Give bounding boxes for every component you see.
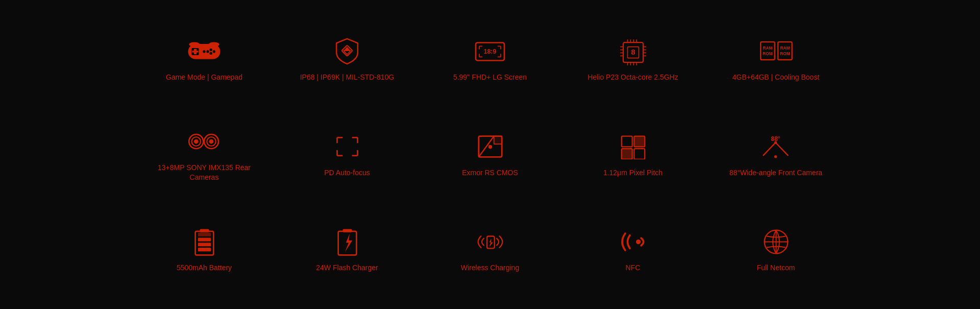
wideangle-label: 88°Wide-angle Front Camera [729, 168, 822, 178]
autofocus-label: PD Auto-focus [324, 168, 370, 178]
nfc-label: NFC [626, 263, 641, 273]
svg-rect-86 [487, 236, 495, 248]
feature-cpu: 8 He [561, 12, 704, 107]
battery-label: 5500mAh Battery [177, 263, 232, 273]
screen-label: 5.99'' FHD+ LG Screen [453, 73, 527, 83]
charger-label: 24W Flash Charger [316, 263, 378, 273]
svg-point-8 [210, 52, 212, 54]
svg-rect-80 [198, 248, 211, 251]
svg-text:RAM: RAM [780, 45, 790, 50]
cmos-label: Exmor RS CMOS [462, 168, 518, 178]
gamepad-icon [186, 36, 222, 66]
svg-rect-4 [192, 51, 198, 53]
feature-charger: 24W Flash Charger [276, 202, 419, 298]
ip68-label: IP68 | IP69K | MIL-STD-810G [300, 73, 395, 83]
svg-rect-82 [198, 238, 211, 242]
svg-point-6 [213, 50, 215, 53]
battery-icon [186, 226, 222, 257]
svg-point-50 [194, 139, 199, 144]
svg-text:RAM: RAM [763, 45, 773, 50]
features-grid: Game Mode | Gamepad IP68 | IP69K | MIL-S… [133, 12, 847, 298]
netcom-label: Full Netcom [757, 263, 795, 273]
globe-icon [758, 226, 794, 257]
cpu-label: Helio P23 Octa-core 2.5GHz [587, 73, 678, 83]
svg-rect-42 [761, 42, 775, 60]
game-mode-label: Game Mode | Gamepad [166, 73, 242, 83]
nfc-icon [615, 226, 651, 257]
svg-line-74 [763, 142, 776, 156]
wireless-label: Wireless Charging [461, 263, 519, 273]
svg-rect-70 [621, 149, 632, 159]
screen-icon: 18:9 [472, 36, 508, 66]
svg-rect-79 [200, 229, 209, 232]
svg-rect-67 [621, 136, 632, 147]
svg-rect-81 [198, 243, 211, 247]
feature-wideangle: 88° 88°Wide-angle Front Camera [704, 107, 847, 202]
svg-text:ROM: ROM [780, 51, 790, 56]
svg-point-77 [774, 155, 777, 158]
wideangle-icon: 88° [758, 131, 794, 162]
svg-point-5 [210, 48, 212, 51]
feature-cameras: 13+8MP SONY IMX135 Rear Cameras [133, 107, 276, 202]
svg-rect-68 [634, 136, 645, 147]
ram-icon: RAM ROM RAM ROM [758, 36, 794, 66]
cpu-icon: 8 [615, 36, 651, 66]
svg-point-9 [203, 50, 205, 53]
svg-rect-83 [198, 233, 211, 236]
svg-point-76 [774, 141, 777, 145]
feature-game-mode: Game Mode | Gamepad [133, 12, 276, 107]
svg-point-87 [636, 240, 641, 244]
feature-cmos: Exmor RS CMOS [419, 107, 561, 202]
svg-text:ROM: ROM [763, 51, 772, 56]
svg-point-66 [488, 145, 492, 149]
ram-label: 4GB+64GB | Cooling Boost [732, 73, 820, 83]
feature-autofocus: PD Auto-focus [276, 107, 419, 202]
svg-point-11 [209, 42, 219, 46]
autofocus-icon [329, 131, 365, 162]
feature-ram: RAM ROM RAM ROM 4GB+64GB | Cooling Boost [704, 12, 847, 107]
cameras-icon [186, 126, 222, 157]
pixel-label: 1.12μm Pixel Pitch [603, 168, 663, 178]
svg-rect-84 [338, 231, 356, 255]
feature-netcom: Full Netcom [704, 202, 847, 298]
svg-line-75 [776, 142, 789, 156]
pixel-icon [615, 131, 651, 162]
feature-nfc: NFC [561, 202, 704, 298]
feature-ip68: IP68 | IP69K | MIL-STD-810G [276, 12, 419, 107]
wireless-charging-icon [472, 226, 508, 257]
shield-icon [329, 36, 365, 66]
svg-point-53 [209, 139, 214, 144]
cmos-icon [472, 131, 508, 162]
feature-pixel: 1.12μm Pixel Pitch [561, 107, 704, 202]
feature-battery: 5500mAh Battery [133, 202, 276, 298]
cameras-label: 13+8MP SONY IMX135 Rear Cameras [143, 163, 265, 183]
feature-wireless: Wireless Charging [419, 202, 561, 298]
svg-point-10 [189, 42, 200, 46]
svg-rect-45 [778, 42, 792, 60]
svg-rect-63 [494, 136, 501, 144]
svg-point-7 [206, 50, 209, 53]
svg-text:8: 8 [631, 47, 635, 56]
svg-text:18:9: 18:9 [484, 48, 497, 55]
feature-screen: 18:9 5.99'' FHD+ LG Screen [419, 12, 561, 107]
flash-charger-icon [329, 226, 365, 257]
svg-rect-72 [634, 149, 645, 159]
svg-rect-85 [342, 229, 352, 232]
svg-text:88°: 88° [771, 135, 780, 142]
